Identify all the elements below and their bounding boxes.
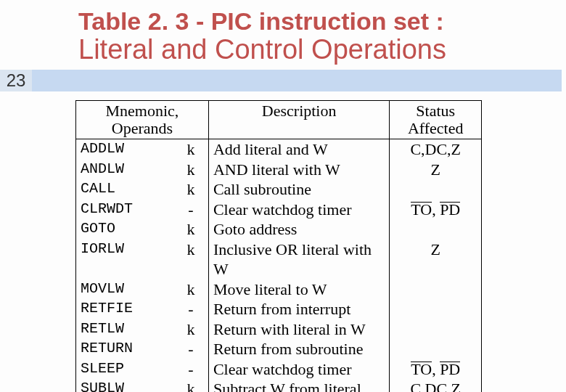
cell-status: Z [390,240,482,279]
title-block: Table 2. 3 - PIC instruction set : Liter… [78,7,544,65]
slide-page: 23 Table 2. 3 - PIC instruction set : Li… [0,0,566,392]
table-row: SLEEP-Clear watchdog timerTO, PD [76,359,482,380]
cell-status [390,319,482,340]
table-row: MOVLWkMove literal to W [76,279,482,300]
table-row: CALLkCall subroutine [76,179,482,200]
table-header-row: Mnemonic,Operands Description StatusAffe… [76,101,482,139]
cell-status [390,299,482,319]
table-row: ANDLWkAND literal with WZ [76,160,482,180]
cell-mnemonic: RETURN [76,339,173,359]
cell-description: Goto address [208,219,390,240]
cell-description: Call subroutine [208,179,390,200]
cell-status [390,219,482,240]
instruction-table: Mnemonic,Operands Description StatusAffe… [75,100,482,392]
cell-status: Z [390,160,482,180]
cell-status [390,339,482,359]
cell-mnemonic: ADDLW [76,139,173,160]
cell-operand: k [173,240,208,279]
cell-description: AND literal with W [208,160,390,180]
cell-status [390,179,482,200]
cell-description: Add literal and W [208,139,390,160]
cell-mnemonic: CLRWDT [76,200,173,220]
cell-mnemonic: CALL [76,179,173,200]
cell-mnemonic: RETLW [76,319,173,340]
cell-operand: - [173,299,208,319]
header-bar [32,70,562,91]
cell-status: C,DC,Z [390,379,482,392]
cell-operand: - [173,339,208,359]
cell-operand: k [173,219,208,240]
cell-description: Subtract W from literal [208,379,390,392]
title-line-1: Table 2. 3 - PIC instruction set : [78,7,544,36]
cell-description: Return with literal in W [208,319,390,340]
page-number: 23 [0,70,32,91]
table-row: CLRWDT-Clear watchdog timerTO, PD [76,200,482,220]
cell-operand: k [173,319,208,340]
cell-operand: k [173,279,208,300]
instruction-table-wrap: Mnemonic,Operands Description StatusAffe… [75,100,482,392]
cell-operand: k [173,160,208,180]
cell-status [390,279,482,300]
cell-operand: k [173,139,208,160]
cell-status: TO, PD [390,359,482,380]
table-row: RETURN-Return from subroutine [76,339,482,359]
cell-mnemonic: SUBLW [76,379,173,392]
cell-mnemonic: IORLW [76,240,173,279]
cell-description: Move literal to W [208,279,390,300]
cell-description: Return from subroutine [208,339,390,359]
cell-description: Clear watchdog timer [208,359,390,380]
header-mnemonic: Mnemonic,Operands [76,101,209,139]
table-row: GOTOkGoto address [76,219,482,240]
cell-description: Clear watchdog timer [208,200,390,220]
table-row: ADDLWkAdd literal and WC,DC,Z [76,139,482,160]
cell-mnemonic: GOTO [76,219,173,240]
cell-operand: - [173,200,208,220]
cell-mnemonic: RETFIE [76,299,173,319]
cell-description: Return from interrupt [208,299,390,319]
cell-operand: k [173,379,208,392]
table-row: RETLWkReturn with literal in W [76,319,482,340]
cell-status: C,DC,Z [390,139,482,160]
header-status: StatusAffected [390,101,482,139]
cell-description: Inclusive OR literal with W [208,240,390,279]
cell-mnemonic: SLEEP [76,359,173,380]
table-row: IORLWkInclusive OR literal with WZ [76,240,482,279]
header-description: Description [208,101,390,139]
cell-operand: k [173,179,208,200]
table-row: RETFIE-Return from interrupt [76,299,482,319]
title-line-2: Literal and Control Operations [78,34,544,65]
cell-operand: - [173,359,208,380]
cell-mnemonic: ANDLW [76,160,173,180]
cell-status: TO, PD [390,200,482,220]
table-row: SUBLWkSubtract W from literalC,DC,Z [76,379,482,392]
cell-mnemonic: MOVLW [76,279,173,300]
table-body: ADDLWkAdd literal and WC,DC,ZANDLWkAND l… [76,139,482,392]
